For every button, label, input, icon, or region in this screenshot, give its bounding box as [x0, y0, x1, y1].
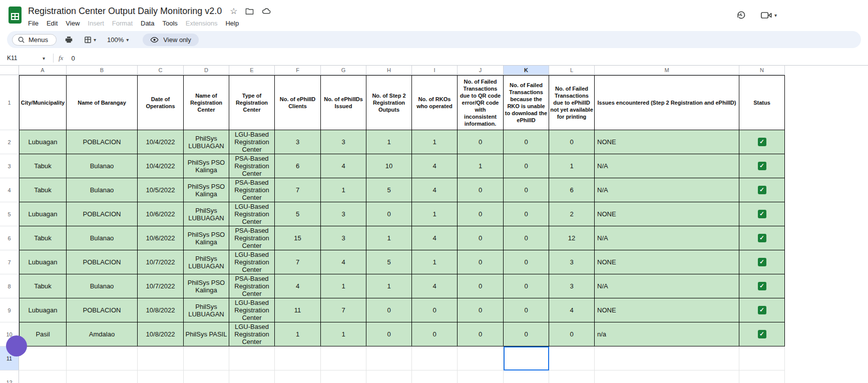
cell-H12[interactable] — [366, 370, 412, 383]
cell-G4[interactable]: 1 — [321, 178, 366, 202]
cell-J11[interactable] — [458, 346, 504, 370]
cell-B6[interactable]: Bulanao — [67, 226, 138, 250]
cell-D9[interactable]: PhilSys LUBUAGAN — [184, 298, 229, 322]
header-cell-H[interactable]: No. of Step 2 Registration Outputs — [366, 75, 412, 130]
cell-G5[interactable]: 3 — [321, 202, 366, 226]
cell-L5[interactable]: 2 — [549, 202, 595, 226]
cell-B3[interactable]: Bulanao — [67, 154, 138, 178]
header-cell-K[interactable]: No. of Failed Transactions because the R… — [504, 75, 549, 130]
cell-A4[interactable]: Tabuk — [19, 178, 67, 202]
cell-N2[interactable]: ✓ — [739, 130, 785, 154]
status-checkbox-row-4[interactable]: ✓ — [758, 186, 766, 194]
cell-K12[interactable] — [504, 370, 549, 383]
column-header-K[interactable]: K — [504, 66, 549, 75]
cell-B4[interactable]: Bulanao — [67, 178, 138, 202]
cell-D12[interactable] — [184, 370, 229, 383]
cell-D7[interactable]: PhilSys LUBUAGAN — [184, 250, 229, 274]
status-checkbox-row-9[interactable]: ✓ — [758, 306, 766, 314]
cell-C9[interactable]: 10/8/2022 — [138, 298, 184, 322]
cell-N10[interactable]: ✓ — [739, 322, 785, 346]
cell-H4[interactable]: 5 — [366, 178, 412, 202]
row-header-7[interactable]: 7 — [0, 250, 19, 274]
cell-J2[interactable]: 0 — [458, 130, 504, 154]
cell-N9[interactable]: ✓ — [739, 298, 785, 322]
cell-C4[interactable]: 10/5/2022 — [138, 178, 184, 202]
cell-C12[interactable] — [138, 370, 184, 383]
cell-I8[interactable]: 4 — [412, 274, 458, 298]
cell-L3[interactable]: 1 — [549, 154, 595, 178]
cell-G2[interactable]: 3 — [321, 130, 366, 154]
cell-D8[interactable]: PhilSys PSO Kalinga — [184, 274, 229, 298]
cell-L12[interactable] — [549, 370, 595, 383]
cell-C6[interactable]: 10/6/2022 — [138, 226, 184, 250]
move-folder-button[interactable] — [245, 8, 254, 15]
formula-input[interactable]: 0 — [71, 55, 75, 62]
column-header-E[interactable]: E — [229, 66, 275, 75]
cell-K2[interactable]: 0 — [504, 130, 549, 154]
column-header-F[interactable]: F — [275, 66, 321, 75]
header-cell-G[interactable]: No. of ePhilIDs Issued — [321, 75, 366, 130]
cell-B12[interactable] — [67, 370, 138, 383]
cell-C10[interactable]: 10/8/2022 — [138, 322, 184, 346]
column-header-I[interactable]: I — [412, 66, 458, 75]
cell-L10[interactable]: 0 — [549, 322, 595, 346]
header-cell-C[interactable]: Date of Operations — [138, 75, 184, 130]
cell-F3[interactable]: 6 — [275, 154, 321, 178]
cell-L9[interactable]: 4 — [549, 298, 595, 322]
cell-A2[interactable]: Lubuagan — [19, 130, 67, 154]
cell-B2[interactable]: POBLACION — [67, 130, 138, 154]
cell-J5[interactable]: 0 — [458, 202, 504, 226]
cell-K5[interactable]: 0 — [504, 202, 549, 226]
cell-L8[interactable]: 3 — [549, 274, 595, 298]
cell-M5[interactable]: NONE — [595, 202, 739, 226]
menu-format[interactable]: Format — [108, 19, 137, 28]
menu-file[interactable]: File — [24, 19, 43, 28]
header-cell-E[interactable]: Type of Registration Center — [229, 75, 275, 130]
view-only-chip[interactable]: View only — [143, 34, 198, 46]
cell-D2[interactable]: PhilSys LUBUAGAN — [184, 130, 229, 154]
header-cell-A[interactable]: City/Municipality — [19, 75, 67, 130]
cell-H6[interactable]: 1 — [366, 226, 412, 250]
cell-I4[interactable]: 4 — [412, 178, 458, 202]
cell-E7[interactable]: LGU-Based Registration Center — [229, 250, 275, 274]
cell-E10[interactable]: LGU-Based Registration Center — [229, 322, 275, 346]
column-header-A[interactable]: A — [19, 66, 67, 75]
cell-G12[interactable] — [321, 370, 366, 383]
header-cell-N[interactable]: Status — [739, 75, 785, 130]
status-checkbox-row-6[interactable]: ✓ — [758, 234, 766, 242]
cell-A3[interactable]: Tabuk — [19, 154, 67, 178]
cell-E5[interactable]: LGU-Based Registration Center — [229, 202, 275, 226]
cell-L7[interactable]: 3 — [549, 250, 595, 274]
cell-H11[interactable] — [366, 346, 412, 370]
menu-tools[interactable]: Tools — [158, 19, 181, 28]
cell-G10[interactable]: 1 — [321, 322, 366, 346]
cell-G6[interactable]: 3 — [321, 226, 366, 250]
cell-N6[interactable]: ✓ — [739, 226, 785, 250]
cell-K11[interactable] — [504, 346, 549, 370]
cell-F5[interactable]: 5 — [275, 202, 321, 226]
cell-E9[interactable]: LGU-Based Registration Center — [229, 298, 275, 322]
cell-J8[interactable]: 0 — [458, 274, 504, 298]
status-checkbox-row-5[interactable]: ✓ — [758, 210, 766, 218]
header-cell-B[interactable]: Name of Barangay — [67, 75, 138, 130]
column-header-G[interactable]: G — [321, 66, 366, 75]
cell-I3[interactable]: 4 — [412, 154, 458, 178]
cell-E8[interactable]: PSA-Based Registration Center — [229, 274, 275, 298]
cell-G3[interactable]: 4 — [321, 154, 366, 178]
column-header-J[interactable]: J — [458, 66, 504, 75]
cell-C7[interactable]: 10/7/2022 — [138, 250, 184, 274]
cell-L4[interactable]: 6 — [549, 178, 595, 202]
document-status-cloud-button[interactable] — [262, 8, 271, 15]
row-header-2[interactable]: 2 — [0, 130, 19, 154]
star-button[interactable]: ☆ — [230, 7, 237, 16]
menu-help[interactable]: Help — [221, 19, 243, 28]
cell-F4[interactable]: 7 — [275, 178, 321, 202]
cell-E3[interactable]: PSA-Based Registration Center — [229, 154, 275, 178]
status-checkbox-row-3[interactable]: ✓ — [758, 162, 766, 170]
row-header-8[interactable]: 8 — [0, 274, 19, 298]
sheet-views-button[interactable]: ▾ — [81, 35, 99, 45]
cell-A7[interactable]: Lubuagan — [19, 250, 67, 274]
menu-data[interactable]: Data — [137, 19, 158, 28]
cell-F8[interactable]: 4 — [275, 274, 321, 298]
version-history-button[interactable] — [736, 10, 746, 20]
